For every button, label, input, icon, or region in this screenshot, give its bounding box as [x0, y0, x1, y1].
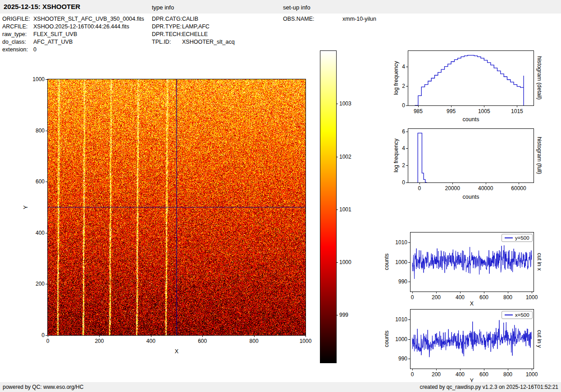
x-tick-label: 200 — [432, 294, 441, 301]
cut-x-side-label: cut in x — [536, 253, 543, 271]
x-tick-mark — [420, 182, 420, 184]
colorbar-tick-mark — [336, 157, 338, 157]
metadata-row: extension:0 — [2, 46, 144, 54]
y-tick-mark — [408, 282, 410, 282]
metadata-row: DPR.TYPE:LAMP,AFC — [152, 23, 235, 31]
detector-image-plot: 0200400600800100002004006008001000 — [47, 79, 306, 336]
detector-image-canvas — [48, 79, 306, 335]
x-tick-label: 800 — [503, 294, 512, 301]
y-tick-label: 1010 — [395, 239, 407, 246]
legend-line-sample — [505, 237, 513, 238]
colorbar-tick-label: 1003 — [339, 100, 351, 107]
y-tick-label: 600 — [36, 178, 45, 185]
x-tick-label: 995 — [447, 108, 456, 114]
y-tick-label: 1000 — [395, 336, 407, 342]
y-tick-mark — [46, 131, 47, 131]
metadata-row: ORIGFILE:XSHOOTER_SLT_AFC_UVB_350_0004.f… — [2, 15, 144, 23]
footer-right-text: created by qc_rawdisp.py v1.2.3 on 2025-… — [420, 384, 558, 390]
x-tick-label: 40000 — [478, 185, 493, 191]
metadata-value: AFC_ATT_UVB — [33, 38, 73, 46]
x-tick-label: 400 — [456, 371, 465, 378]
metadata-value: FLEX_SLIT_UVB — [33, 31, 77, 38]
y-tick-mark — [406, 67, 408, 67]
metadata-setup-column: OBS.NAME:xmm-10-yilun — [283, 15, 376, 23]
y-tick-label: 990 — [398, 356, 407, 362]
setup-info-heading: set-up info — [283, 4, 310, 11]
metadata-row: ARCFILE:XSHOO.2025-12-16T00:44:26.444.fi… — [2, 23, 144, 31]
x-tick-label: 20000 — [445, 185, 460, 191]
metadata-label: ORIGFILE: — [2, 15, 33, 23]
metadata-label: DPR.CATG: — [152, 15, 182, 23]
cut-y-legend: x=500 — [502, 311, 533, 319]
metadata-file-column: ORIGFILE:XSHOOTER_SLT_AFC_UVB_350_0004.f… — [2, 15, 144, 54]
colorbar-tick-mark — [336, 210, 338, 210]
colorbar-tick-mark — [336, 104, 338, 104]
x-tick-label: 0 — [46, 338, 50, 344]
histogram-detail-y-axis-label: log frequency — [393, 61, 399, 95]
x-tick-mark — [532, 369, 532, 370]
metadata-label: do_class: — [2, 38, 33, 46]
x-tick-label: 400 — [146, 338, 155, 344]
x-tick-mark — [460, 292, 461, 293]
x-tick-mark — [484, 292, 484, 293]
metadata-value: XSHOOTER_SLT_AFC_UVB_350_0004.fits — [33, 15, 144, 23]
metadata-label: DPR.TYPE: — [152, 23, 182, 31]
metadata-label: ARCFILE: — [2, 23, 33, 31]
colorbar: 9991000100110021003 — [320, 50, 337, 363]
y-tick-label: 990 — [398, 278, 407, 285]
metadata-value: LAMP,AFC — [182, 23, 210, 31]
metadata-value: CALIB — [182, 15, 198, 23]
cut-y-side-label: cut in y — [536, 330, 543, 348]
y-tick-mark — [408, 339, 410, 340]
x-tick-mark — [484, 105, 484, 107]
x-tick-mark — [202, 335, 203, 337]
y-tick-mark — [46, 284, 47, 284]
qc-report-page: 2025-12-15: XSHOOTER type info set-up in… — [0, 0, 561, 392]
y-tick-label: 0 — [402, 102, 405, 109]
x-tick-mark — [519, 182, 519, 184]
metadata-value: ECHELLE — [182, 31, 208, 38]
y-tick-mark — [408, 262, 410, 263]
x-tick-label: 600 — [479, 371, 488, 378]
metadata-row: TPL.ID:XSHOOTER_slt_acq — [152, 38, 235, 46]
main-x-axis-label: X — [175, 348, 178, 355]
colorbar-tick-mark — [336, 315, 338, 315]
y-tick-mark — [408, 319, 410, 320]
y-tick-mark — [46, 233, 47, 233]
histogram-full-plot: 02000040000600000246 — [408, 128, 534, 183]
metadata-value: XSHOOTER_slt_acq — [182, 38, 235, 46]
y-tick-mark — [406, 165, 408, 166]
histogram-full-y-axis-label: log frequency — [393, 138, 399, 172]
x-tick-mark — [484, 369, 484, 370]
footer-left-text: powered by QC: www.eso.org/HC — [3, 384, 83, 390]
x-tick-mark — [517, 105, 517, 107]
x-tick-label: 800 — [503, 371, 512, 378]
y-tick-label: 1010 — [395, 316, 407, 323]
x-tick-label: 600 — [479, 294, 488, 301]
metadata-row: raw_type:FLEX_SLIT_UVB — [2, 31, 144, 38]
x-tick-label: 0 — [411, 294, 414, 301]
histogram-detail-side-label: histogram (detail) — [536, 56, 543, 100]
y-tick-label: 400 — [36, 230, 45, 236]
x-tick-mark — [452, 182, 453, 184]
x-tick-label: 60000 — [511, 185, 526, 191]
y-tick-mark — [406, 132, 408, 132]
colorbar-tick-label: 999 — [339, 312, 348, 318]
colorbar-tick-label: 1000 — [339, 259, 351, 265]
x-tick-label: 985 — [414, 108, 423, 114]
legend-label: x=500 — [515, 312, 529, 318]
metadata-label: OBS.NAME: — [283, 15, 342, 23]
legend-label: y=500 — [515, 235, 529, 241]
y-tick-label: 2 — [402, 162, 405, 169]
x-tick-label: 1000 — [526, 371, 538, 378]
y-tick-label: 2 — [402, 83, 405, 89]
x-tick-label: 800 — [250, 338, 259, 344]
x-tick-label: 200 — [432, 371, 441, 378]
cut-x-legend: y=500 — [502, 234, 533, 242]
x-tick-mark — [486, 182, 486, 184]
footer-bar: powered by QC: www.eso.org/HC created by… — [0, 382, 561, 392]
x-tick-mark — [532, 292, 532, 293]
x-tick-mark — [508, 292, 508, 293]
histogram-full-side-label: histogram (full) — [536, 137, 543, 174]
x-tick-label: 1005 — [478, 108, 490, 114]
